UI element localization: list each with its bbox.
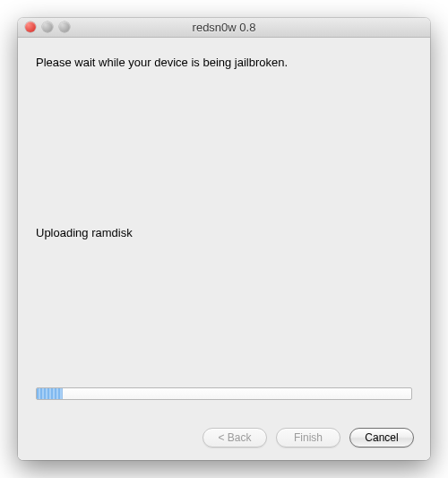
- window-controls: [25, 22, 70, 32]
- back-button: < Back: [202, 428, 267, 448]
- titlebar: redsn0w 0.8: [18, 18, 430, 38]
- button-row: < Back Finish Cancel: [202, 428, 414, 448]
- progress-track: [36, 387, 412, 400]
- zoom-icon: [59, 22, 70, 32]
- progress-fill: [37, 388, 63, 399]
- close-icon[interactable]: [25, 22, 36, 32]
- content-area: Please wait while your device is being j…: [18, 38, 430, 460]
- cancel-button[interactable]: Cancel: [349, 428, 414, 448]
- progress-bar: [36, 387, 412, 400]
- app-window: redsn0w 0.8 Please wait while your devic…: [18, 18, 430, 460]
- window-title: redsn0w 0.8: [18, 21, 430, 34]
- minimize-icon: [42, 22, 53, 32]
- finish-button: Finish: [276, 428, 340, 448]
- status-text: Uploading ramdisk: [36, 226, 133, 239]
- instruction-text: Please wait while your device is being j…: [36, 56, 412, 69]
